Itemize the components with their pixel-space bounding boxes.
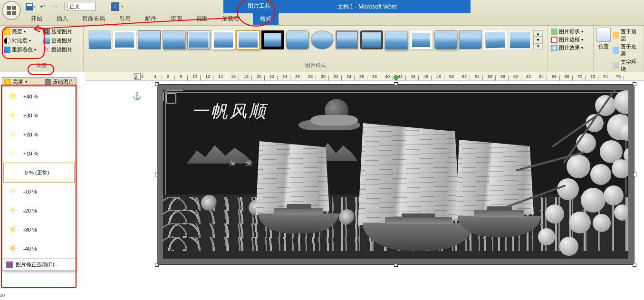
brightness-option-7[interactable]: -30 % (2, 220, 76, 239)
qat-toggle-button[interactable]: ↕ (111, 2, 119, 11)
style-thumb-18[interactable] (509, 30, 531, 49)
compress-icon (45, 79, 51, 86)
style-thumb-7-selected[interactable] (237, 30, 260, 49)
sun-icon (7, 110, 19, 121)
reset-label: 重设图片 (51, 46, 72, 53)
save-icon (26, 3, 33, 10)
brightness-option-6[interactable]: -20 % (2, 201, 76, 220)
picture-border-button[interactable]: 图片边框▾ (551, 36, 590, 44)
sun-icon (7, 91, 19, 102)
style-thumb-14[interactable] (410, 30, 433, 49)
shape-group-label (551, 68, 590, 70)
brightness-option-label: -20 % (23, 208, 37, 213)
tab-format[interactable]: 格式 (253, 12, 279, 25)
brightness-option-label: +40 % (23, 94, 38, 99)
style-thumb-8[interactable] (261, 30, 284, 49)
position-icon (596, 28, 611, 42)
styles-group-label: 图片样式 (87, 61, 545, 70)
bring-front-button[interactable]: 置于顶层 (613, 28, 641, 43)
style-thumb-11[interactable] (336, 30, 358, 49)
brightness-option-2[interactable]: +20 % (2, 125, 76, 144)
shape-label: 图片形状 (559, 28, 580, 35)
dropdown-title: 亮度 (13, 78, 23, 86)
recolor-icon (4, 47, 10, 53)
brightness-option-label: 0 % (正常) (25, 169, 49, 176)
picture-shape-button[interactable]: 图片形状▾ (551, 28, 590, 36)
rotation-handle[interactable] (394, 75, 398, 80)
save-button[interactable]: ▾ (24, 2, 37, 11)
style-thumb-4[interactable] (163, 30, 185, 49)
anchor-icon: ⚓ (132, 91, 142, 100)
brightness-option-5[interactable]: -10 % (2, 182, 76, 201)
picture-effect-button[interactable]: 图片效果▾ (551, 44, 590, 52)
undo-icon (40, 3, 48, 10)
options-icon (6, 261, 13, 268)
picture-content: 一帆风顺 𐃜 𐃜 𐃜 𐃜 (157, 85, 634, 264)
style-thumb-5[interactable] (187, 30, 210, 49)
brightness-option-4[interactable]: 0 % (正常) (3, 163, 75, 183)
brightness-option-label: -10 % (23, 189, 37, 194)
style-thumb-12[interactable] (360, 30, 383, 49)
picture-corrections-options[interactable]: 图片修正选项(C)... (2, 258, 76, 271)
back-label: 置于底层 (621, 43, 641, 58)
ruler-v-number: 20 (0, 293, 5, 298)
brightness-option-1[interactable]: +30 % (2, 106, 76, 125)
picture-title-text: 一帆风顺 (192, 100, 268, 123)
ruler-horizontal[interactable]: 2 24681012141618202224262830323436384042… (86, 72, 644, 81)
wrap-icon (613, 62, 619, 69)
style-thumb-3[interactable] (138, 30, 161, 49)
reset-picture-button[interactable]: 重设图片 (42, 46, 81, 54)
sun-icon (7, 186, 19, 197)
dropdown-header: 亮度▾ 压缩图片 (2, 77, 76, 87)
quick-access-toolbar: ▾ 正文 ↕ ▾ (24, 0, 123, 13)
position-button[interactable]: 位置 (596, 28, 611, 73)
brightness-dropdown: 亮度▾ 压缩图片 +40 %+30 %+20 %+10 %0 % (正常)-10… (2, 77, 76, 271)
style-thumb-6[interactable] (212, 30, 235, 49)
redo-icon (52, 3, 60, 10)
sun-icon (7, 224, 19, 235)
adjust-group-label: 调整 (3, 61, 80, 70)
style-thumb-15[interactable] (434, 30, 457, 49)
back-icon (613, 47, 619, 54)
redo-button[interactable] (50, 2, 62, 11)
change-icon (43, 38, 50, 44)
sun-icon (7, 205, 19, 216)
change-picture-button[interactable]: 更改图片 (42, 37, 81, 45)
shape-icon (551, 29, 557, 35)
position-label: 位置 (596, 43, 611, 50)
style-thumb-17[interactable] (483, 30, 507, 50)
text-wrap-button[interactable]: 文字环绕 (613, 58, 641, 73)
contextual-tab-header: 图片工具 (240, 0, 278, 12)
separator (64, 2, 65, 11)
effect-label: 图片效果 (559, 44, 580, 51)
style-thumb-1[interactable] (88, 30, 111, 49)
wrap-label: 文字环绕 (621, 58, 641, 73)
recolor-button[interactable]: 重新着色▾ (3, 46, 41, 54)
style-combo[interactable]: 正文 (67, 2, 96, 11)
effect-icon (551, 45, 557, 51)
brightness-option-8[interactable]: -40 % (2, 239, 76, 258)
selected-picture[interactable]: 一帆风顺 𐃜 𐃜 𐃜 𐃜 (157, 84, 634, 265)
brightness-option-0[interactable]: +40 % (2, 87, 76, 106)
ruler-margin-marker[interactable]: 2 (134, 73, 141, 80)
office-button[interactable] (2, 1, 21, 20)
options-label: 图片修正选项(C)... (16, 261, 58, 268)
style-thumb-16[interactable] (459, 30, 482, 49)
style-thumb-13[interactable] (384, 31, 408, 50)
group-arrange: 位置 置于顶层 置于底层 文字环绕 排列 (594, 26, 644, 72)
style-thumb-10[interactable] (311, 30, 334, 49)
send-back-button[interactable]: 置于底层 (613, 43, 641, 58)
sun-icon (9, 167, 20, 178)
gallery-more[interactable]: ▲▼▾ (533, 30, 543, 49)
border-icon (551, 37, 557, 43)
undo-button[interactable] (38, 2, 49, 11)
reset-icon (43, 47, 50, 53)
style-thumb-2[interactable] (113, 30, 136, 49)
sun-icon (7, 148, 19, 159)
brightness-icon (4, 79, 11, 86)
change-label: 更改图片 (51, 37, 72, 44)
brightness-option-label: -40 % (23, 246, 37, 252)
contrast-button[interactable]: 对比度▾ (3, 37, 41, 45)
brightness-option-3[interactable]: +10 % (2, 144, 76, 163)
style-thumb-9[interactable] (286, 30, 309, 49)
